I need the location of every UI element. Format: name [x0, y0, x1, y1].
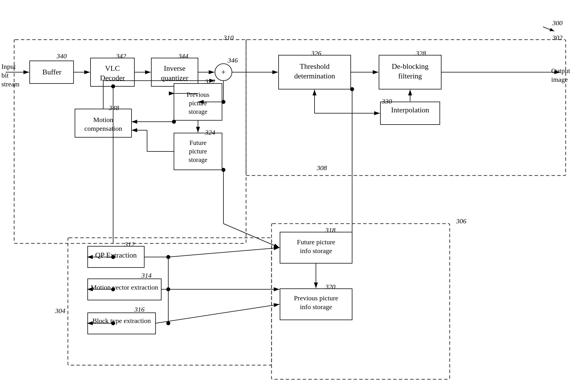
- diagram: 300 302 Inputbitstream Outputimage Buffe…: [0, 0, 588, 381]
- svg-line-50: [156, 304, 279, 323]
- svg-point-45: [111, 321, 115, 325]
- svg-line-65: [543, 27, 554, 31]
- svg-point-63: [350, 87, 354, 91]
- svg-line-60: [223, 224, 279, 248]
- svg-rect-5: [151, 58, 198, 86]
- svg-rect-17: [280, 289, 352, 320]
- svg-rect-16: [280, 232, 352, 263]
- svg-rect-9: [380, 102, 440, 125]
- svg-rect-7: [279, 55, 351, 89]
- svg-rect-12: [75, 109, 132, 137]
- svg-point-32: [172, 120, 176, 124]
- svg-rect-8: [379, 55, 441, 89]
- svg-point-41: [111, 255, 115, 259]
- svg-rect-4: [91, 58, 134, 86]
- svg-point-6: [215, 64, 232, 81]
- svg-point-43: [111, 287, 115, 291]
- svg-point-39: [111, 84, 115, 88]
- svg-point-28: [221, 100, 225, 104]
- svg-rect-11: [174, 133, 222, 170]
- svg-point-61: [221, 168, 225, 172]
- svg-line-54: [168, 248, 279, 257]
- svg-rect-3: [30, 61, 74, 84]
- diagram-svg: [0, 0, 588, 381]
